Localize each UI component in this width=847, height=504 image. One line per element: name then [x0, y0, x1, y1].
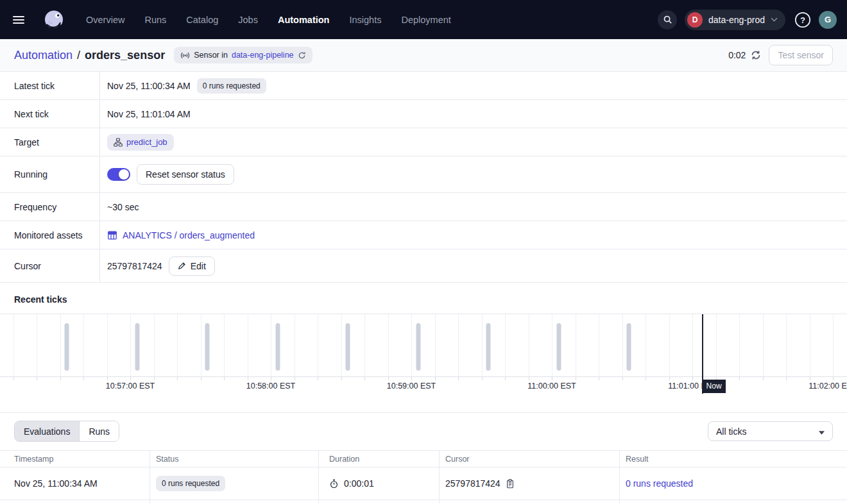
nav-item-catalog[interactable]: Catalog	[186, 15, 218, 25]
table-row-partial	[0, 500, 847, 503]
axis-tick	[786, 377, 787, 380]
gridline	[458, 314, 459, 376]
code-location-link[interactable]: data-eng-pipeline	[232, 51, 294, 60]
nav-item-runs[interactable]: Runs	[144, 15, 166, 25]
breadcrumb-automation[interactable]: Automation	[14, 49, 73, 62]
nav-item-deployment[interactable]: Deployment	[401, 15, 450, 25]
axis-tick	[505, 377, 506, 380]
axis-tick	[552, 377, 552, 380]
gridline	[13, 314, 14, 376]
tick-status-badge: 0 runs requested	[156, 476, 225, 491]
axis-tick	[810, 377, 810, 380]
recent-ticks-title: Recent ticks	[0, 283, 847, 314]
test-sensor-button[interactable]: Test sensor	[769, 45, 833, 65]
axis-tick	[341, 377, 342, 380]
axis-label: 10:58:00 EST	[246, 382, 295, 391]
gridline	[60, 314, 61, 376]
refresh-button[interactable]	[751, 50, 761, 60]
gridline	[388, 314, 389, 376]
gridline	[83, 314, 84, 376]
workspace-switcher[interactable]: D data-eng-prod	[685, 10, 785, 30]
svg-text:?: ?	[800, 15, 805, 24]
gridline	[435, 314, 436, 376]
axis-tick	[318, 377, 318, 380]
axis-label: 10:59:00 EST	[387, 382, 436, 391]
axis-tick	[83, 377, 84, 380]
running-label: Running	[0, 169, 99, 180]
monitored-assets-label: Monitored assets	[0, 230, 99, 240]
axis-tick	[411, 377, 412, 380]
monitored-asset-link[interactable]: ANALYTICS / orders_augmented	[107, 230, 255, 240]
gridline	[763, 314, 764, 376]
cursor-label: Cursor	[0, 261, 99, 271]
gridline	[739, 314, 740, 376]
tick-bar[interactable]	[205, 323, 210, 371]
search-icon	[663, 15, 672, 24]
gridline	[295, 314, 295, 376]
frequency-value: ~30 sec	[107, 202, 139, 212]
hamburger-menu-icon[interactable]	[13, 10, 32, 29]
tick-bar[interactable]	[275, 323, 280, 371]
axis-tick	[763, 377, 764, 380]
now-tooltip: Now	[703, 380, 726, 393]
col-header-status: Status	[150, 455, 318, 464]
tab-runs[interactable]: Runs	[79, 421, 119, 441]
axis-tick	[576, 377, 576, 380]
nav-item-overview[interactable]: Overview	[86, 15, 124, 25]
tick-bar[interactable]	[486, 323, 491, 371]
copy-cursor-button[interactable]	[506, 479, 515, 489]
axis-tick	[435, 377, 436, 380]
col-header-duration: Duration	[318, 455, 439, 464]
top-nav: Overview Runs Catalog Jobs Automation In…	[0, 0, 847, 39]
search-button[interactable]	[658, 10, 677, 29]
tick-cursor: 25797817424	[445, 478, 501, 489]
axis-tick	[13, 377, 14, 380]
gridline	[177, 314, 178, 376]
column-divider	[619, 450, 620, 503]
tab-evaluations[interactable]: Evaluations	[15, 421, 79, 441]
row-target: Target predict_job	[0, 128, 847, 156]
help-button[interactable]: ?	[794, 12, 811, 28]
nav-item-insights[interactable]: Insights	[349, 15, 381, 25]
axis-label: 11:02:00 EST	[809, 382, 847, 391]
tick-result-link[interactable]: 0 runs requested	[626, 478, 693, 489]
gridline	[411, 314, 412, 376]
tick-bar[interactable]	[65, 323, 69, 371]
axis-tick	[60, 377, 61, 380]
edit-cursor-button[interactable]: Edit	[169, 256, 215, 276]
running-toggle[interactable]	[107, 168, 130, 181]
user-avatar[interactable]: G	[819, 11, 837, 29]
axis-tick	[201, 377, 201, 380]
recent-ticks-section: Recent ticks 10:57:00 EST10:58:00 EST10:…	[0, 283, 847, 395]
tick-bar[interactable]	[416, 323, 420, 371]
tick-bar[interactable]	[627, 323, 631, 371]
tick-bar[interactable]	[556, 323, 561, 371]
reset-sensor-status-button[interactable]: Reset sensor status	[137, 164, 234, 185]
axis-tick	[692, 377, 693, 380]
tick-bar[interactable]	[346, 323, 350, 371]
sensor-icon	[180, 51, 190, 60]
gridline	[364, 314, 365, 376]
workspace-avatar: D	[687, 12, 703, 28]
row-frequency: Frequency ~30 sec	[0, 193, 847, 221]
ticks-panel: Evaluations Runs All ticks Timestamp Sta…	[0, 412, 847, 503]
ticks-timeline-chart[interactable]	[0, 314, 847, 377]
tick-filter-select[interactable]: All ticks	[708, 421, 833, 441]
gridline	[271, 314, 271, 376]
reload-location-icon[interactable]	[298, 51, 306, 60]
target-job-link[interactable]: predict_job	[107, 134, 174, 151]
gridline	[248, 314, 248, 376]
nav-item-automation[interactable]: Automation	[278, 15, 330, 25]
breadcrumb-separator: /	[77, 49, 80, 62]
latest-tick-status-badge: 0 runs requested	[197, 78, 266, 94]
gridline	[505, 314, 506, 376]
gridline	[482, 314, 483, 376]
sensor-badge-text: Sensor in	[194, 51, 228, 60]
column-divider	[439, 450, 440, 503]
dagster-logo[interactable]	[41, 7, 67, 33]
nav-item-jobs[interactable]: Jobs	[238, 15, 258, 25]
asset-table-icon	[107, 230, 117, 240]
tick-bar[interactable]	[135, 323, 139, 371]
gridline	[529, 314, 529, 376]
row-next-tick: Next tick Nov 25, 11:01:04 AM	[0, 100, 847, 128]
